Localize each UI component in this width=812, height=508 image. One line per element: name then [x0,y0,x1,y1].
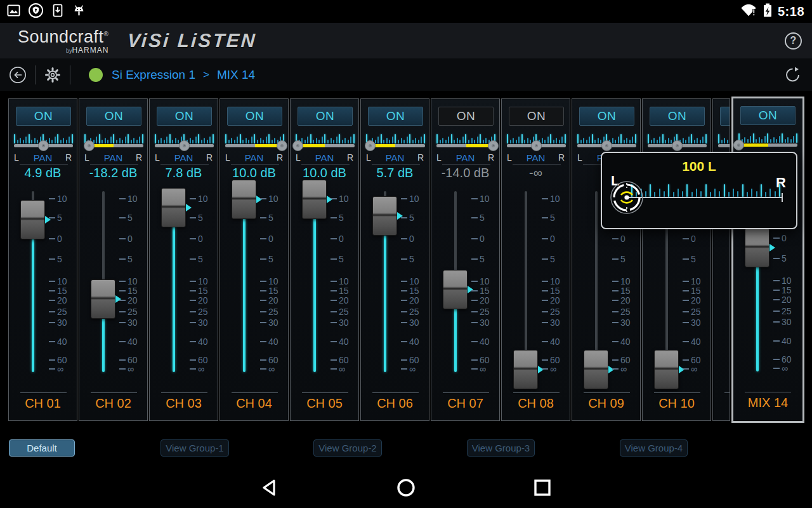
view-button-view-group-4[interactable]: View Group-4 [620,439,688,457]
fader-knob[interactable] [232,180,256,219]
channel-on-button[interactable]: ON [157,107,212,126]
pan-tick [787,137,789,143]
channel-on-button[interactable]: ON [579,107,634,126]
scale-value: 5 [691,254,696,264]
pan-slider[interactable] [366,144,425,147]
pan-knob[interactable] [38,140,49,151]
pan-tick [542,138,543,144]
pan-slider[interactable] [718,144,730,147]
pan-tick [612,138,613,144]
fader-scale-mark: 10 [612,276,631,286]
fader-scale-mark: 5 [401,213,414,223]
fader-knob[interactable] [372,196,397,236]
back-icon[interactable] [260,478,279,500]
fader-knob[interactable] [513,350,538,389]
fader-scale-mark: 30 [612,318,631,328]
pan-knob[interactable] [488,140,499,151]
fader-knob[interactable] [443,270,468,309]
fader-scale-mark: 0 [190,234,203,244]
pan-tick [436,134,438,144]
pan-slider[interactable] [436,144,495,147]
channel-on-button[interactable]: ON [509,107,564,126]
back-icon[interactable] [9,66,27,84]
pan-tick [592,134,593,144]
pan-tick [383,140,384,144]
scale-tick [471,198,478,199]
fader-knob[interactable] [654,350,679,389]
channel-on-button[interactable]: ON [740,106,796,125]
pan-tick [99,134,100,144]
channel-on-button[interactable]: ON [16,107,71,126]
pan-knob[interactable] [179,140,190,151]
pan-slider[interactable] [577,144,636,147]
view-button-view-group-2[interactable]: View Group-2 [313,439,382,457]
pan-slider[interactable] [296,144,355,147]
pan-slider[interactable] [507,144,566,147]
pan-tick [724,138,725,144]
pan-slider[interactable] [14,144,73,147]
fader-knob[interactable] [584,350,608,389]
channel-on-button[interactable]: ON [720,107,730,126]
pan-slider[interactable] [738,144,797,147]
pan-tick [409,134,410,144]
pan-tick [342,140,343,144]
pan-knob-dot [280,144,284,147]
fader-scale-mark: 20 [773,295,792,305]
refresh-icon[interactable] [784,66,802,84]
channel-on-button[interactable]: ON [298,107,353,126]
scale-tick [401,258,407,260]
pan-slider[interactable] [155,144,214,147]
fader-track[interactable] [595,191,598,370]
fader-knob[interactable] [745,228,769,267]
pan-popup-target-icon[interactable] [608,179,645,218]
fader-knob[interactable] [161,188,186,227]
screenshot-icon [6,3,21,20]
pan-knob[interactable] [292,140,303,151]
view-button-view-group-3[interactable]: View Group-3 [467,439,535,457]
pan-slider[interactable] [648,144,707,147]
pan-tick [626,138,627,144]
fader-track[interactable] [525,191,527,370]
channel-on-button[interactable]: ON [227,107,282,126]
view-button-view-group-1[interactable]: View Group-1 [160,439,229,457]
pan-tick [765,192,766,197]
pan-slider[interactable] [225,144,284,147]
help-icon[interactable]: ? [785,32,802,50]
home-icon[interactable] [396,478,416,500]
pan-knob[interactable] [365,140,376,151]
pan-tick [63,138,64,144]
pan-knob[interactable] [277,140,287,151]
channel-label-divider [513,392,560,393]
pan-knob[interactable] [601,140,612,151]
pan-knob[interactable] [733,140,744,150]
pan-knob[interactable] [531,140,542,151]
channel-on-button[interactable]: ON [86,107,141,126]
breadcrumb-device[interactable]: Si Expression 1 [112,68,195,82]
scale-tick [401,238,407,239]
pan-tick [516,140,517,144]
fader-scale-mark: 40 [331,337,349,347]
pan-tick [240,134,241,144]
pan-underline [90,164,138,164]
pan-tick [272,140,273,144]
pan-tick [381,134,382,144]
pan-popup-ruler[interactable] [627,197,783,198]
channel-on-button[interactable]: ON [650,107,705,126]
scale-tick [49,238,55,239]
pan-slider[interactable] [84,144,143,147]
pan-ruler [225,130,284,144]
pan-knob[interactable] [672,140,683,151]
fader-knob[interactable] [91,279,115,319]
settings-gear-icon[interactable] [44,66,62,84]
recents-icon[interactable] [533,478,552,500]
fader-knob[interactable] [20,200,45,239]
scale-tick [49,368,55,370]
channel-on-button[interactable]: ON [368,107,423,126]
channel-on-button[interactable]: ON [438,107,494,126]
pan-tick [653,138,655,144]
view-button-default[interactable]: Default [9,439,75,457]
connection-status-dot [89,68,103,82]
pan-knob[interactable] [84,140,95,151]
channel-label-divider [372,392,419,393]
fader-knob[interactable] [302,180,327,219]
